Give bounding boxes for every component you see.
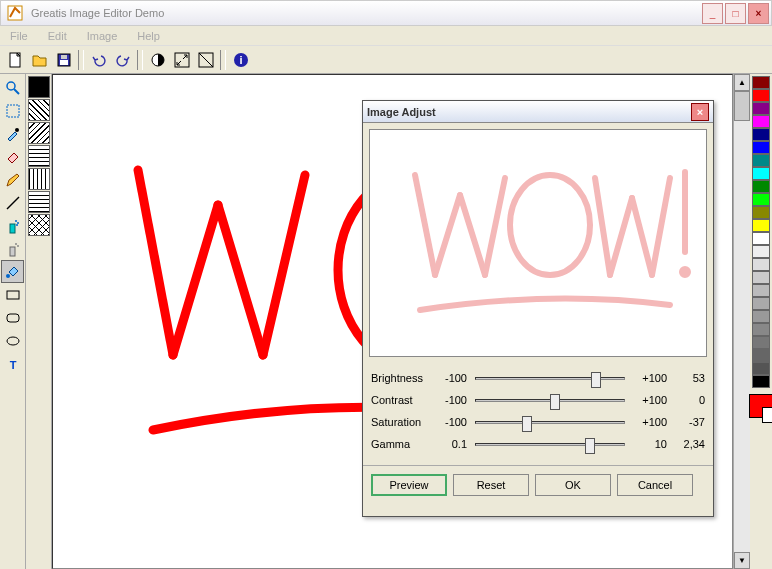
color-swatch[interactable]	[752, 128, 770, 141]
pattern-vert[interactable]	[28, 168, 50, 190]
color-swatch[interactable]	[752, 336, 770, 349]
zoom-tool[interactable]	[1, 76, 24, 99]
cancel-button[interactable]: Cancel	[617, 474, 693, 496]
picker-tool[interactable]	[1, 122, 24, 145]
color-swatch[interactable]	[752, 323, 770, 336]
spray-tool[interactable]	[1, 214, 24, 237]
color-swatch[interactable]	[752, 284, 770, 297]
menu-file[interactable]: File	[4, 28, 34, 44]
color-swatch[interactable]	[752, 167, 770, 180]
slider-max: 10	[633, 438, 667, 450]
scroll-down-icon[interactable]: ▼	[734, 552, 750, 569]
slider-max: +100	[633, 416, 667, 428]
line-tool[interactable]	[1, 191, 24, 214]
current-color[interactable]	[749, 394, 772, 418]
color-swatch[interactable]	[752, 310, 770, 323]
ok-button[interactable]: OK	[535, 474, 611, 496]
dialog-titlebar[interactable]: Image Adjust ×	[363, 101, 713, 123]
slider-contrast[interactable]	[471, 391, 629, 409]
rect-tool[interactable]	[1, 283, 24, 306]
color-swatch[interactable]	[752, 297, 770, 310]
minimize-button[interactable]: _	[702, 3, 723, 24]
window-titlebar: Greatis Image Editor Demo _ □ ×	[0, 0, 772, 26]
slider-value: 2,34	[671, 438, 705, 450]
color-swatch[interactable]	[752, 180, 770, 193]
slider-value: -37	[671, 416, 705, 428]
menu-edit[interactable]: Edit	[42, 28, 73, 44]
reset-button[interactable]: Reset	[453, 474, 529, 496]
fill-tool[interactable]	[1, 260, 24, 283]
svg-point-21	[17, 245, 19, 247]
pattern-diag2[interactable]	[28, 122, 50, 144]
svg-line-11	[14, 89, 19, 94]
color-swatch[interactable]	[752, 219, 770, 232]
maximize-button[interactable]: □	[725, 3, 746, 24]
color-swatch[interactable]	[752, 141, 770, 154]
color-swatch[interactable]	[752, 375, 770, 388]
svg-rect-23	[7, 291, 19, 299]
scroll-thumb[interactable]	[734, 91, 750, 121]
adjust-contrast-button[interactable]	[146, 49, 169, 71]
select-tool[interactable]	[1, 99, 24, 122]
color-swatch[interactable]	[752, 115, 770, 128]
redo-button[interactable]	[111, 49, 134, 71]
info-button[interactable]: i	[229, 49, 252, 71]
pattern-cross[interactable]	[28, 214, 50, 236]
color-swatch[interactable]	[752, 154, 770, 167]
roundrect-tool[interactable]	[1, 306, 24, 329]
slider-saturation[interactable]	[471, 413, 629, 431]
color-swatch[interactable]	[752, 271, 770, 284]
slider-label: Contrast	[371, 394, 431, 406]
color-swatch[interactable]	[752, 193, 770, 206]
save-button[interactable]	[52, 49, 75, 71]
slider-value: 53	[671, 372, 705, 384]
undo-button[interactable]	[87, 49, 110, 71]
color-swatch[interactable]	[752, 76, 770, 89]
dialog-close-button[interactable]: ×	[691, 103, 709, 121]
color-swatch[interactable]	[752, 89, 770, 102]
window-title: Greatis Image Editor Demo	[31, 7, 702, 19]
preview-button[interactable]: Preview	[371, 474, 447, 496]
pattern-horiz[interactable]	[28, 191, 50, 213]
spray2-tool[interactable]	[1, 237, 24, 260]
open-button[interactable]	[28, 49, 51, 71]
slider-min: -100	[435, 372, 467, 384]
color-swatch[interactable]	[752, 206, 770, 219]
svg-rect-12	[7, 105, 19, 117]
slider-gamma[interactable]	[471, 435, 629, 453]
svg-text:T: T	[9, 359, 16, 371]
color-swatch[interactable]	[752, 349, 770, 362]
scroll-up-icon[interactable]: ▲	[734, 74, 750, 91]
ellipse-tool[interactable]	[1, 329, 24, 352]
slider-brightness[interactable]	[471, 369, 629, 387]
close-button[interactable]: ×	[748, 3, 769, 24]
eraser-tool[interactable]	[1, 145, 24, 168]
slider-row: Gamma0.1102,34	[371, 433, 705, 455]
color-swatch[interactable]	[752, 245, 770, 258]
svg-line-14	[7, 197, 19, 209]
tool-palette: T	[0, 74, 26, 569]
pattern-grid[interactable]	[28, 145, 50, 167]
menu-image[interactable]: Image	[81, 28, 124, 44]
slider-row: Contrast-100+1000	[371, 389, 705, 411]
svg-point-30	[682, 269, 688, 275]
slider-label: Saturation	[371, 416, 431, 428]
svg-text:i: i	[239, 54, 242, 66]
color-swatch[interactable]	[752, 258, 770, 271]
crop-button[interactable]	[194, 49, 217, 71]
svg-rect-4	[61, 55, 67, 59]
svg-point-28	[510, 175, 590, 275]
vertical-scrollbar[interactable]: ▲ ▼	[733, 74, 750, 569]
pattern-diag1[interactable]	[28, 99, 50, 121]
text-tool[interactable]: T	[1, 352, 24, 375]
slider-max: +100	[633, 372, 667, 384]
pattern-solid[interactable]	[28, 76, 50, 98]
menu-help[interactable]: Help	[131, 28, 166, 44]
color-swatch[interactable]	[752, 102, 770, 115]
new-button[interactable]	[4, 49, 27, 71]
pencil-tool[interactable]	[1, 168, 24, 191]
svg-point-17	[17, 222, 19, 224]
color-swatch[interactable]	[752, 232, 770, 245]
color-swatch[interactable]	[752, 362, 770, 375]
resize-button[interactable]	[170, 49, 193, 71]
